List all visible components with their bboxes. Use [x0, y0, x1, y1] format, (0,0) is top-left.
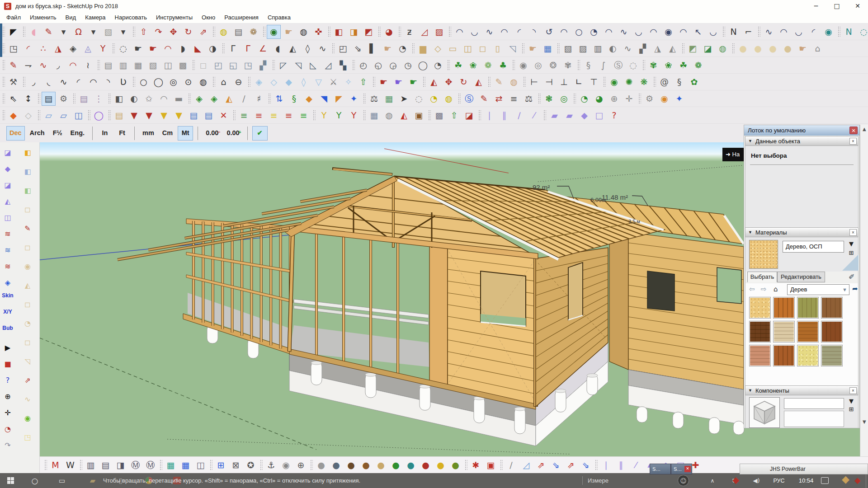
tool-icon[interactable]: ⌂ — [217, 75, 230, 89]
tool-icon[interactable]: ▤ — [77, 92, 90, 105]
tool-icon[interactable]: ▤ — [187, 109, 200, 122]
tool-icon[interactable]: ◭ — [397, 109, 410, 122]
tool-icon[interactable]: ▤ — [202, 109, 215, 122]
tool-icon[interactable]: ◔ — [587, 25, 600, 38]
tool-icon[interactable]: ⇁ — [22, 59, 35, 72]
tool-icon[interactable]: ▼ — [127, 109, 141, 122]
tool-icon[interactable]: ▼ — [142, 109, 156, 122]
tool-icon[interactable]: ▧ — [102, 25, 115, 38]
tool-icon[interactable]: ∿ — [21, 393, 34, 406]
tool-icon[interactable]: ∕ — [237, 92, 250, 105]
tool-icon[interactable]: ◭ — [472, 75, 485, 89]
tool-icon[interactable]: ☘ — [452, 59, 465, 72]
menu-Вид[interactable]: Вид — [61, 12, 81, 23]
tool-icon[interactable]: ✩ — [142, 92, 156, 105]
tool-icon[interactable]: ⇧ — [137, 25, 150, 38]
tool-icon[interactable]: Bub — [1, 325, 14, 338]
tool-icon[interactable]: ◠ — [498, 25, 511, 38]
tool-icon[interactable]: ⚙ — [643, 92, 656, 105]
tool-icon[interactable]: ◜ — [807, 25, 820, 38]
tool-icon[interactable]: ○ — [137, 75, 150, 89]
jhs-powerbar-window[interactable]: JHS PowerBar — [740, 464, 868, 474]
tool-icon[interactable]: ◎ — [167, 75, 180, 89]
tool-icon[interactable]: ❁ — [481, 59, 495, 72]
tool-icon[interactable]: ⇗ — [197, 25, 210, 38]
tool-icon[interactable]: ↻ — [182, 25, 195, 38]
tool-icon[interactable]: ◔ — [578, 92, 591, 105]
tool-icon[interactable]: ◿ — [418, 25, 431, 38]
tool-icon[interactable]: ⇘ — [579, 459, 592, 472]
tool-icon[interactable]: ☛ — [282, 25, 295, 38]
tool-icon[interactable]: ◍ — [442, 92, 455, 105]
tool-icon[interactable]: ◖ — [271, 42, 284, 55]
tool-icon[interactable]: ◍ — [507, 75, 520, 89]
tool-icon[interactable]: Ν — [842, 25, 855, 38]
tool-icon[interactable]: ♯ — [252, 92, 265, 105]
tool-icon[interactable]: Ⓜ — [129, 459, 142, 472]
tool-icon[interactable]: ⚖ — [368, 92, 381, 105]
tool-icon[interactable]: ▨ — [576, 42, 590, 55]
tool-icon[interactable]: ◍ — [382, 109, 396, 122]
tool-icon[interactable]: ▆ — [416, 42, 429, 55]
tool-icon[interactable]: Y — [347, 109, 360, 122]
tool-icon[interactable]: ▧ — [146, 59, 160, 72]
units-Eng.[interactable]: Eng. — [68, 127, 87, 140]
tool-icon[interactable]: ✱ — [469, 459, 482, 472]
notification-icon[interactable] — [821, 477, 829, 484]
tool-icon[interactable]: ⋮ — [92, 92, 105, 105]
tool-icon[interactable]: ▭ — [446, 42, 459, 55]
minimize-button[interactable]: ─ — [806, 0, 826, 12]
material-swatch[interactable] — [749, 345, 771, 366]
tool-icon[interactable]: ◟ — [42, 75, 55, 89]
tool-icon[interactable]: ✎ — [21, 222, 34, 235]
tool-icon[interactable]: ⚖ — [522, 92, 535, 105]
forward-arrow-icon[interactable]: ⇨ — [761, 285, 767, 293]
tool-icon[interactable]: ▩ — [176, 59, 189, 72]
tool-icon[interactable]: ▞ — [256, 59, 269, 72]
units-0.00[interactable]: 0.00+ — [224, 127, 242, 140]
tool-icon[interactable]: ☛ — [392, 75, 405, 89]
tool-icon[interactable]: ◎ — [532, 59, 545, 72]
tool-icon[interactable]: ● — [389, 459, 402, 472]
tool-icon[interactable]: ⊕ — [608, 92, 621, 105]
material-swatch[interactable] — [773, 321, 795, 343]
tool-icon[interactable]: ◤ — [7, 25, 20, 38]
tool-icon[interactable]: ◧ — [21, 184, 34, 197]
tool-icon[interactable]: ❀ — [467, 59, 480, 72]
tool-icon[interactable]: ◗ — [176, 42, 189, 55]
tool-icon[interactable]: ☛ — [132, 42, 145, 55]
tool-icon[interactable]: ♣ — [496, 59, 509, 72]
tool-icon[interactable]: ❁ — [247, 25, 260, 38]
tool-icon[interactable]: ▣ — [412, 109, 425, 122]
scroll-down-icon[interactable]: ▼ — [863, 419, 866, 424]
tool-icon[interactable]: ☛ — [381, 42, 394, 55]
tool-icon[interactable]: ▦ — [541, 42, 554, 55]
tool-icon[interactable]: ◩ — [686, 42, 699, 55]
tool-icon[interactable]: ◈ — [252, 75, 265, 89]
tool-icon[interactable]: ↕ — [22, 92, 35, 105]
tool-icon[interactable]: ▣ — [484, 459, 497, 472]
add-pane-icon[interactable]: ⊞ — [847, 405, 856, 414]
tool-icon[interactable]: ◫ — [72, 109, 85, 122]
tool-icon[interactable]: ✛ — [1, 406, 14, 420]
show-desktop-button[interactable] — [866, 473, 868, 488]
tool-icon[interactable]: ● — [344, 459, 358, 472]
tool-icon[interactable]: ◜ — [513, 25, 526, 38]
tool-icon[interactable]: ≡ — [237, 109, 250, 122]
tool-icon[interactable]: ◉ — [662, 25, 675, 38]
tool-icon[interactable]: ∣ — [599, 459, 613, 472]
tool-icon[interactable]: ■ — [1, 357, 14, 371]
tool-icon[interactable]: ◪ — [1, 178, 14, 192]
tool-icon[interactable]: ✦ — [673, 92, 686, 105]
tool-icon[interactable]: ▰ — [548, 109, 561, 122]
menu-Изменить[interactable]: Изменить — [25, 12, 61, 23]
section-close-icon[interactable]: × — [849, 229, 857, 236]
tool-icon[interactable]: ● — [419, 459, 432, 472]
tool-icon[interactable]: Ν — [727, 25, 740, 38]
language-indicator[interactable]: РУС — [767, 478, 791, 484]
tool-icon[interactable]: ◑ — [206, 42, 219, 55]
tool-icon[interactable]: ● — [374, 459, 387, 472]
display-pane-icon[interactable]: ▼ — [847, 240, 856, 249]
tool-icon[interactable]: ◠ — [87, 75, 100, 89]
tool-icon[interactable]: ◻ — [21, 336, 34, 349]
